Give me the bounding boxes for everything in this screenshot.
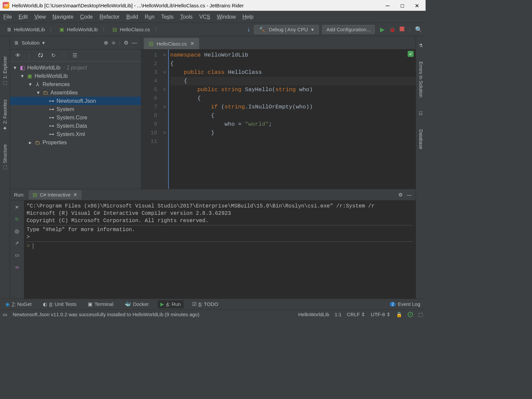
tree-assembly-item[interactable]: ⊶ System.Data xyxy=(10,122,141,130)
expand-icon[interactable]: ▸ xyxy=(28,139,33,146)
menu-file[interactable]: File xyxy=(3,14,12,20)
line-number-gutter: 1234567891011 xyxy=(141,50,161,189)
gear-icon[interactable]: ⚙ xyxy=(398,192,403,198)
terminal-output[interactable]: "C:\Program Files (x86)\Microsoft Visual… xyxy=(24,200,416,299)
menu-code[interactable]: Code xyxy=(80,14,93,20)
sync-icon[interactable]: 🗘 xyxy=(38,53,43,59)
database-icon[interactable]: ☷ xyxy=(419,111,423,116)
breadcrumb-project[interactable]: ▣ HelloWorldLib xyxy=(56,25,100,34)
lock-icon[interactable]: 🔒 xyxy=(396,312,402,318)
add-configuration-button[interactable]: Add Configuration... xyxy=(322,25,375,34)
close-tab-icon[interactable]: ✕ xyxy=(73,192,77,198)
tool-docker[interactable]: 🐳Docker xyxy=(122,300,152,308)
tree-project-node[interactable]: ▾ ▣ HelloWorldLib xyxy=(10,72,141,80)
tree-assemblies-node[interactable]: ▾ 🗀 Assemblies xyxy=(10,88,141,97)
tool-explorer-tab[interactable]: ⬚1: Explorer xyxy=(2,56,8,86)
tree-assembly-item[interactable]: ⊶ Newtonsoft.Json xyxy=(10,97,141,105)
window-titlebar: RD HelloWorldLib [C:\Users\maart\Desktop… xyxy=(0,0,426,11)
expand-icon[interactable]: ▾ xyxy=(13,65,17,71)
tree-references-node[interactable]: ▾ ⅄ References xyxy=(10,80,141,88)
tool-database-tab[interactable]: Database xyxy=(418,129,424,149)
tool-todo[interactable]: ☑6: TODO xyxy=(190,300,221,308)
memory-indicator-icon[interactable]: ⬚ xyxy=(418,312,423,318)
status-icon[interactable]: ▭ xyxy=(3,312,7,318)
menu-navigate[interactable]: Navigate xyxy=(53,14,73,20)
debug-icon[interactable]: 🐞 xyxy=(389,27,395,32)
locate-icon[interactable]: ⊕ xyxy=(104,40,108,46)
tool-favorites-tab[interactable]: ★2: Favorites xyxy=(2,99,8,131)
status-context[interactable]: HelloWorldLib xyxy=(298,312,329,317)
menu-refactor[interactable]: Refactor xyxy=(99,14,119,20)
layout-icon[interactable]: ▭ xyxy=(15,252,19,258)
status-line-separator[interactable]: CRLF ⇕ xyxy=(347,312,365,318)
close-tab-icon[interactable]: ✕ xyxy=(190,41,195,47)
collapse-icon[interactable]: ≑ xyxy=(111,40,116,46)
hammer-icon: 🔨 xyxy=(259,27,265,33)
solution-tree[interactable]: ▾ ◧ HelloWorldLib · 1 project ▾ ▣ HelloW… xyxy=(10,62,141,189)
code-editor: ▤ HelloClass.cs ✕ 1234567891011 ⊟ ⊟ ⊟ ⊟ … xyxy=(141,36,416,189)
run-icon[interactable]: ▶ xyxy=(380,26,385,33)
tree-properties-node[interactable]: ▸ 🗀 Properties xyxy=(10,138,141,147)
hide-icon[interactable]: — xyxy=(407,192,412,198)
run-tab[interactable]: ▤ C# Interactive ✕ xyxy=(29,190,82,200)
refresh-icon[interactable]: ↻ xyxy=(51,52,56,59)
menu-build[interactable]: Build xyxy=(126,14,138,20)
eye-icon[interactable]: 👁 xyxy=(15,53,21,59)
breadcrumb-solution[interactable]: 🗎 HelloWorldLib xyxy=(3,25,48,34)
solution-explorer: 🗎 Solution ▾ ⊕ ≑ | ⚙ — 👁 | 🗘 ↻ | xyxy=(10,36,141,189)
tool-run[interactable]: ▶4: Run xyxy=(158,300,184,308)
solution-icon: 🗎 xyxy=(6,27,12,32)
menu-edit[interactable]: Edit xyxy=(19,14,28,20)
tool-terminal[interactable]: ▣Terminal xyxy=(85,300,116,308)
code-area[interactable]: namespace HelloWorldLib{ public class He… xyxy=(168,50,416,189)
explorer-title[interactable]: 🗎 Solution ▾ xyxy=(14,40,45,46)
csharp-project-icon: ▣ xyxy=(27,73,33,79)
menu-vcs[interactable]: VCS xyxy=(199,14,210,20)
status-encoding[interactable]: UTF-8 ⇕ xyxy=(371,312,391,318)
search-icon[interactable]: 🔍 xyxy=(415,26,422,33)
minimize-button[interactable]: — xyxy=(386,1,390,9)
tree-solution-node[interactable]: ▾ ◧ HelloWorldLib · 1 project xyxy=(10,64,141,72)
build-icon[interactable]: ⤓ xyxy=(247,27,251,32)
link-icon[interactable]: ∞ xyxy=(15,264,19,270)
pause-icon[interactable]: ⬤ xyxy=(14,228,20,234)
editor-tab[interactable]: ▤ HelloClass.cs ✕ xyxy=(144,38,199,49)
assembly-icon: ⊶ xyxy=(49,98,55,104)
status-bar: ▭ Newtonsoft.Json v11.0.2 was successful… xyxy=(0,309,426,319)
hide-icon[interactable]: — xyxy=(132,40,137,46)
status-caret-position[interactable]: 1:1 xyxy=(334,312,341,317)
rerun-icon[interactable]: ↻ xyxy=(15,216,19,222)
tree-assembly-item[interactable]: ⊶ System xyxy=(10,105,141,113)
maximize-button[interactable]: ☐ xyxy=(400,1,404,9)
expand-icon[interactable]: ▾ xyxy=(28,81,33,87)
tree-assembly-item[interactable]: ⊶ System.Core xyxy=(10,113,141,122)
flatten-icon[interactable]: ☰ xyxy=(72,52,77,59)
stop-icon[interactable] xyxy=(400,27,404,32)
close-icon[interactable]: ✕ xyxy=(15,204,19,210)
tree-assembly-item[interactable]: ⊶ System.Xml xyxy=(10,130,141,138)
breadcrumb-file[interactable]: ▤ HelloClass.cs xyxy=(109,25,153,34)
flask-icon[interactable]: ⚗ xyxy=(419,43,423,48)
inspection-status-icon[interactable]: ✔ xyxy=(408,312,413,317)
inspection-ok-icon[interactable]: ✔ xyxy=(408,51,414,57)
tool-nuget[interactable]: ◉7: NuGet xyxy=(3,300,34,308)
gear-icon[interactable]: ⚙ xyxy=(124,40,128,46)
menu-view[interactable]: View xyxy=(34,14,46,20)
menu-tools[interactable]: Tools xyxy=(180,14,193,20)
expand-icon[interactable]: ▾ xyxy=(36,89,41,96)
left-tool-strip: ⬚1: Explorer ★2: Favorites ⬚Structure xyxy=(0,36,10,299)
close-button[interactable]: ✕ xyxy=(415,1,419,9)
event-log[interactable]: 2Event Log xyxy=(387,300,423,308)
menu-window[interactable]: Window xyxy=(217,14,236,20)
configuration-selector[interactable]: 🔨 Debug | Any CPU ▾ xyxy=(254,25,319,34)
tool-unit-tests[interactable]: ◐8: Unit Tests xyxy=(40,300,79,308)
menu-help[interactable]: Help xyxy=(242,14,253,20)
menu-run[interactable]: Run xyxy=(145,14,154,20)
expand-icon[interactable]: ▾ xyxy=(20,73,25,79)
tool-errors-tab[interactable]: Errors In Solution xyxy=(418,62,424,97)
export-icon[interactable]: ↗ xyxy=(15,240,19,246)
tool-structure-tab[interactable]: ⬚Structure xyxy=(2,144,8,171)
solution-icon: ◧ xyxy=(19,65,25,71)
menu-tests[interactable]: Tests xyxy=(161,14,174,20)
fold-gutter[interactable]: ⊟ ⊟ ⊟ ⊟ ⊟ xyxy=(161,50,168,189)
